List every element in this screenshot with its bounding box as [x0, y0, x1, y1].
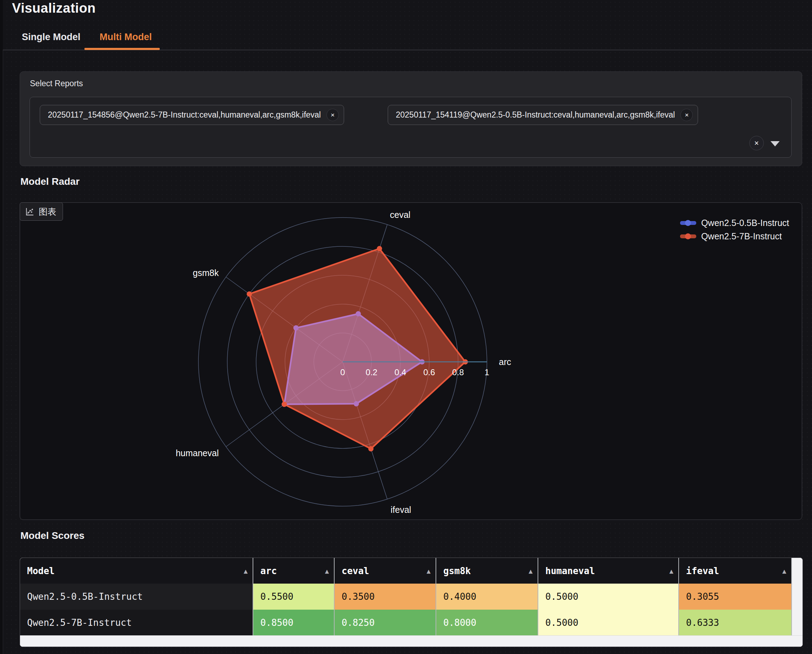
radar-data-point: [356, 311, 361, 316]
legend-item[interactable]: Qwen2.5-0.5B-Instruct: [680, 217, 789, 229]
column-header-label: arc: [260, 565, 277, 576]
legend-dot-icon: [685, 233, 691, 239]
report-chip-text: 20250117_154119@Qwen2.5-0.5B-Instruct:ce…: [396, 110, 675, 120]
select-reports-panel: Select Reports 20250117_154856@Qwen2.5-7…: [20, 72, 802, 166]
reports-multiselect[interactable]: 20250117_154856@Qwen2.5-7B-Instruct:ceva…: [29, 97, 792, 158]
sort-icon[interactable]: ▲: [529, 567, 533, 575]
radar-data-point: [377, 246, 382, 251]
score-cell-gsm8k: 0.4000: [436, 584, 538, 610]
score-cell-ceval: 0.8250: [334, 610, 436, 636]
column-header-label: ceval: [342, 565, 369, 576]
radar-axis-label-gsm8k: gsm8k: [193, 268, 219, 278]
column-header-arc[interactable]: arc▲: [253, 558, 334, 584]
radar-tick-label: 0.4: [394, 367, 406, 377]
close-icon: ×: [331, 111, 334, 119]
column-header-ifeval[interactable]: ifeval▲: [679, 558, 792, 584]
model-scores-heading: Model Scores: [20, 530, 84, 541]
report-chip[interactable]: 20250117_154119@Qwen2.5-0.5B-Instruct:ce…: [388, 105, 698, 125]
radar-axis-label-arc: arc: [499, 357, 511, 367]
report-chip-text: 20250117_154856@Qwen2.5-7B-Instruct:ceva…: [48, 110, 321, 120]
radar-data-point: [247, 292, 252, 297]
radar-legend: Qwen2.5-0.5B-InstructQwen2.5-7B-Instruct: [680, 217, 789, 243]
radar-data-point: [293, 325, 299, 330]
close-icon: ×: [685, 111, 688, 119]
model-name-cell: Qwen2.5-7B-Instruct: [20, 610, 253, 636]
legend-label: Qwen2.5-0.5B-Instruct: [701, 218, 789, 228]
sort-icon[interactable]: ▲: [670, 567, 673, 575]
score-cell-humaneval: 0.5000: [538, 584, 679, 610]
radar-axis-label-ceval: ceval: [390, 210, 410, 220]
legend-item[interactable]: Qwen2.5-7B-Instruct: [680, 230, 789, 243]
column-header-ceval[interactable]: ceval▲: [334, 558, 436, 584]
radar-data-point: [354, 401, 359, 406]
clear-all-button[interactable]: ×: [749, 136, 764, 150]
score-cell-ifeval: 0.6333: [679, 610, 792, 636]
column-header-label: humaneval: [545, 565, 595, 576]
radar-chart-panel: 00.20.40.60.81arccevalgsm8khumanevalifev…: [20, 202, 802, 520]
radar-chart: 00.20.40.60.81arccevalgsm8khumanevalifev…: [20, 203, 802, 520]
score-cell-gsm8k: 0.8000: [436, 610, 538, 636]
radar-data-point: [282, 402, 287, 407]
legend-line-icon: [680, 234, 696, 238]
radar-tick-label: 0.8: [452, 367, 464, 377]
radar-axis-label-humaneval: humaneval: [176, 448, 218, 458]
page-title: Visualization: [12, 1, 96, 16]
score-cell-ifeval: 0.3055: [679, 584, 792, 610]
model-name-cell: Qwen2.5-0.5B-Instruct: [20, 584, 253, 610]
table-vertical-scrollbar[interactable]: [792, 558, 803, 646]
radar-tick-label: 0.6: [423, 367, 435, 377]
legend-dot-icon: [685, 220, 691, 226]
column-header-label: Model: [27, 565, 55, 576]
legend-label: Qwen2.5-7B-Instruct: [701, 231, 782, 241]
sort-icon[interactable]: ▲: [783, 567, 786, 575]
column-header-model[interactable]: Model▲: [20, 558, 253, 584]
report-chip[interactable]: 20250117_154856@Qwen2.5-7B-Instruct:ceva…: [40, 105, 344, 125]
close-icon: ×: [754, 139, 759, 148]
radar-tick-label: 1: [484, 367, 489, 377]
radar-data-point: [368, 446, 374, 451]
score-cell-arc: 0.8500: [253, 610, 334, 636]
legend-line-icon: [680, 221, 696, 225]
column-header-humaneval[interactable]: humaneval▲: [538, 558, 679, 584]
sort-icon[interactable]: ▲: [427, 567, 430, 575]
model-scores-table: Model▲arc▲ceval▲gsm8k▲humaneval▲ifeval▲Q…: [20, 558, 803, 647]
table-horizontal-scrollbar[interactable]: [20, 635, 803, 646]
visualization-page: Visualization Single Model Multi Model S…: [0, 0, 812, 654]
score-cell-humaneval: 0.5000: [538, 610, 679, 636]
scatter-chart-icon: [25, 207, 35, 217]
chevron-down-icon[interactable]: [771, 141, 780, 147]
active-tab-underline: [84, 48, 160, 50]
score-cell-ceval: 0.3500: [334, 584, 436, 610]
sort-icon[interactable]: ▲: [325, 567, 329, 575]
radar-tick-label: 0.2: [366, 367, 377, 377]
chart-tab-label: 图表: [39, 206, 56, 217]
score-cell-arc: 0.5500: [253, 584, 334, 610]
column-header-label: ifeval: [686, 565, 719, 576]
radar-axis-label-ifeval: ifeval: [391, 505, 411, 515]
sort-icon[interactable]: ▲: [244, 567, 248, 575]
tab-single-model[interactable]: Single Model: [22, 32, 81, 43]
radar-tick-label: 0: [340, 367, 345, 377]
column-header-label: gsm8k: [443, 565, 471, 576]
page-left-edge: [0, 0, 3, 654]
column-header-gsm8k[interactable]: gsm8k▲: [436, 558, 538, 584]
chip-remove-button[interactable]: ×: [327, 109, 339, 121]
model-radar-heading: Model Radar: [20, 176, 79, 187]
chip-remove-button[interactable]: ×: [681, 109, 693, 121]
tab-multi-model[interactable]: Multi Model: [99, 32, 152, 43]
scores-grid: Model▲arc▲ceval▲gsm8k▲humaneval▲ifeval▲Q…: [20, 558, 792, 636]
select-reports-label: Select Reports: [30, 79, 83, 89]
chart-toolbar-tab[interactable]: 图表: [20, 202, 63, 221]
tab-panel-left-border: [3, 50, 3, 654]
